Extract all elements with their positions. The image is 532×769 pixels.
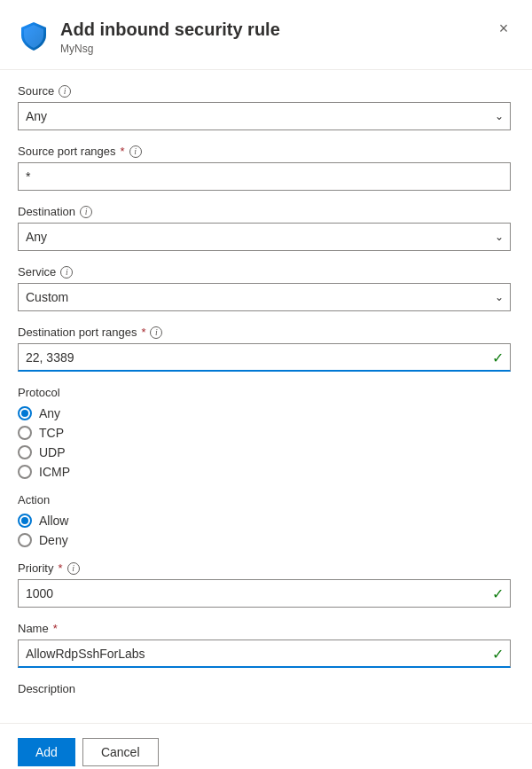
source-port-required: * [121, 145, 125, 158]
source-port-label: Source port ranges * i [18, 145, 511, 158]
source-port-info-icon[interactable]: i [129, 145, 142, 158]
destination-group: Destination i Any IP Addresses Service T… [18, 205, 511, 251]
protocol-label: Protocol [18, 386, 511, 399]
dest-port-check-icon: ✓ [492, 349, 504, 366]
description-label: Description [18, 682, 511, 695]
destination-select-wrapper: Any IP Addresses Service Tag Application… [18, 223, 511, 251]
source-group: Source i Any IP Addresses Service Tag Ap… [18, 84, 511, 130]
protocol-tcp-radio[interactable] [18, 426, 32, 440]
dest-port-group: Destination port ranges * i ✓ [18, 326, 511, 372]
dest-port-input-wrapper: ✓ [18, 343, 511, 372]
dest-port-label: Destination port ranges * i [18, 326, 511, 339]
action-label: Action [18, 493, 511, 506]
header-text: Add inbound security rule MyNsg [60, 18, 280, 55]
protocol-any-option[interactable]: Any [18, 406, 511, 420]
name-input[interactable] [18, 640, 511, 668]
priority-group: Priority * i ✓ [18, 561, 511, 608]
action-deny-label: Deny [39, 533, 68, 547]
priority-required: * [58, 561, 62, 575]
dialog-footer: Add Cancel [0, 723, 532, 769]
service-select-wrapper: Custom HTTP HTTPS SSH RDP ⌄ [18, 283, 511, 311]
action-allow-option[interactable]: Allow [18, 514, 511, 528]
dialog-subtitle: MyNsg [60, 43, 280, 55]
service-info-icon[interactable]: i [60, 266, 73, 279]
protocol-udp-radio[interactable] [18, 445, 32, 459]
priority-check-icon: ✓ [492, 585, 504, 602]
name-group: Name * ✓ [18, 622, 511, 668]
dest-port-info-icon[interactable]: i [150, 326, 162, 339]
description-group: Description [18, 682, 511, 695]
action-deny-radio[interactable] [18, 533, 32, 547]
source-port-input[interactable] [18, 162, 511, 191]
priority-input[interactable] [18, 579, 511, 608]
name-check-icon: ✓ [492, 646, 504, 663]
action-allow-label: Allow [39, 514, 68, 528]
source-select-wrapper: Any IP Addresses Service Tag Application… [18, 102, 511, 130]
source-port-group: Source port ranges * i [18, 145, 511, 191]
protocol-icmp-option[interactable]: ICMP [18, 465, 511, 479]
priority-input-wrapper: ✓ [18, 579, 511, 608]
action-group: Action Allow Deny [18, 493, 511, 547]
service-select[interactable]: Custom HTTP HTTPS SSH RDP [18, 283, 511, 311]
source-label: Source i [18, 84, 511, 98]
action-allow-radio[interactable] [18, 514, 32, 528]
dialog-title: Add inbound security rule [60, 18, 280, 41]
shield-icon [18, 20, 50, 51]
dest-port-input[interactable] [18, 343, 511, 372]
name-label: Name * [18, 622, 511, 635]
destination-info-icon[interactable]: i [80, 206, 92, 218]
service-group: Service i Custom HTTP HTTPS SSH RDP ⌄ [18, 265, 511, 311]
protocol-tcp-option[interactable]: TCP [18, 426, 511, 440]
protocol-udp-option[interactable]: UDP [18, 445, 511, 459]
dest-port-required: * [141, 326, 145, 339]
add-inbound-rule-dialog: Add inbound security rule MyNsg × Source… [0, 0, 532, 769]
protocol-icmp-label: ICMP [39, 465, 70, 479]
protocol-any-radio[interactable] [18, 406, 32, 420]
protocol-udp-label: UDP [39, 445, 66, 459]
action-deny-option[interactable]: Deny [18, 533, 511, 547]
source-port-input-wrapper [18, 162, 511, 191]
protocol-any-label: Any [39, 406, 60, 420]
service-label: Service i [18, 265, 511, 279]
dialog-header: Add inbound security rule MyNsg × [0, 0, 532, 70]
priority-info-icon[interactable]: i [67, 562, 80, 575]
destination-label: Destination i [18, 205, 511, 218]
cancel-button[interactable]: Cancel [82, 738, 159, 766]
destination-select[interactable]: Any IP Addresses Service Tag Application… [18, 223, 511, 251]
close-button[interactable]: × [489, 14, 518, 43]
name-input-wrapper: ✓ [18, 640, 511, 668]
source-select[interactable]: Any IP Addresses Service Tag Application… [18, 102, 511, 130]
priority-label: Priority * i [18, 561, 511, 575]
protocol-icmp-radio[interactable] [18, 465, 32, 479]
source-info-icon[interactable]: i [59, 85, 71, 98]
protocol-tcp-label: TCP [39, 426, 64, 440]
name-required: * [53, 622, 58, 635]
form-body: Source i Any IP Addresses Service Tag Ap… [0, 70, 532, 769]
add-button[interactable]: Add [18, 738, 75, 766]
protocol-group: Protocol Any TCP UDP ICMP [18, 386, 511, 479]
